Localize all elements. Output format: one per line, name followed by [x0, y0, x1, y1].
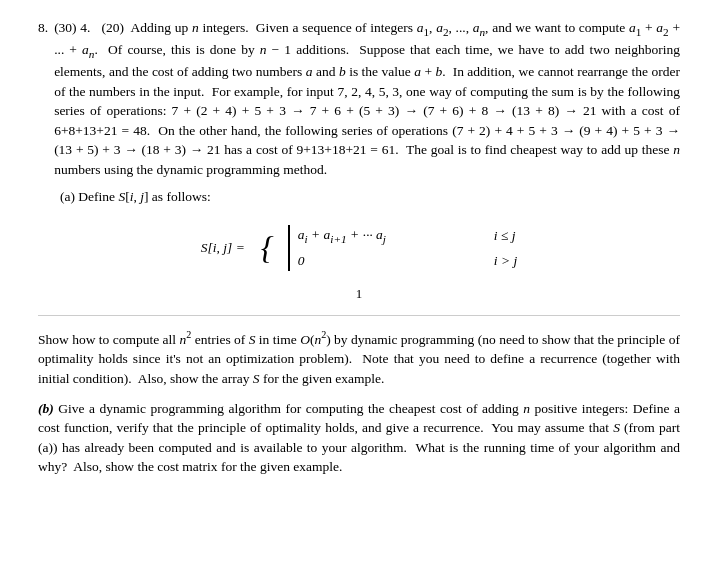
page-num-text: 1	[356, 285, 363, 304]
problem-number: 8.	[38, 18, 48, 179]
case2-expr: 0	[298, 251, 478, 271]
case1-cond: i ≤ j	[494, 226, 516, 246]
page-number: 1	[38, 285, 680, 304]
case-row-2: 0 i > j	[298, 251, 517, 271]
formula-block: S[i, j] = { ai + ai+1 + ··· aj i ≤ j 0	[38, 225, 680, 271]
problem-sub-points2: (20)	[101, 20, 124, 35]
case2-cond: i > j	[494, 251, 517, 271]
part-c-label: (b) Give a dynamic programming algorithm…	[38, 399, 680, 477]
formula: S[i, j] = { ai + ai+1 + ··· aj i ≤ j 0	[201, 225, 517, 271]
divider	[38, 315, 680, 316]
part-a-label: (a) Define S[i, j] as follows:	[60, 187, 680, 207]
part-b-text: Show how to compute all n2 entries of S …	[38, 328, 680, 388]
case-row-1: ai + ai+1 + ··· aj i ≤ j	[298, 225, 517, 247]
problem-container: 8. (30) 4. (20) Adding up n integers. Gi…	[38, 18, 680, 477]
problem-main-text: Adding up n integers. Given a sequence o…	[54, 20, 680, 177]
problem-subpoints: 4.	[80, 20, 90, 35]
brace-cases: ai + ai+1 + ··· aj i ≤ j 0 i > j	[288, 225, 517, 271]
brace-symbol: {	[261, 232, 274, 264]
case1-expr: ai + ai+1 + ··· aj	[298, 225, 478, 247]
problem-content: (30) 4. (20) Adding up n integers. Given…	[54, 18, 680, 179]
problem-points: (30)	[54, 20, 77, 35]
problem-header: 8. (30) 4. (20) Adding up n integers. Gi…	[38, 18, 680, 179]
formula-lhs: S[i, j] =	[201, 238, 245, 258]
